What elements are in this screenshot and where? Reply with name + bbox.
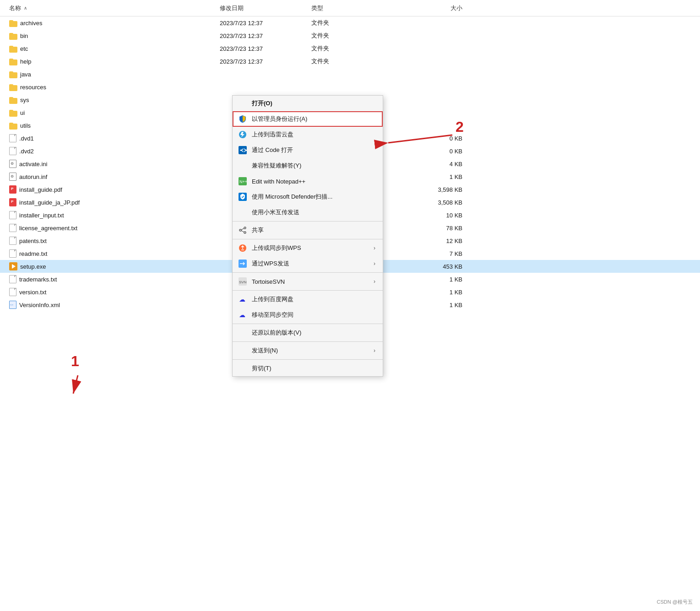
file-size: 10 KB — [417, 212, 472, 219]
context-menu-item[interactable]: 以管理员身份运行(A) — [233, 111, 383, 127]
svg-point-12 — [244, 232, 246, 233]
ctx-item-icon — [238, 130, 247, 139]
file-name: utils — [9, 121, 220, 130]
file-name: setup.exe — [9, 262, 220, 270]
submenu-arrow-icon: › — [374, 347, 375, 354]
file-size: 0 KB — [417, 148, 472, 155]
file-size: 78 KB — [417, 225, 472, 232]
ctx-item-label: 通过 Code 打开 — [252, 146, 375, 154]
file-type: 文件夹 — [311, 19, 417, 27]
context-menu-item[interactable]: ☁ 上传到百度网盘 — [233, 292, 383, 307]
file-name: sys — [9, 96, 220, 104]
pdf-icon — [9, 198, 16, 206]
context-menu-item[interactable]: 还原以前的版本(V) — [233, 325, 383, 341]
file-date: 2023/7/23 12:37 — [220, 45, 311, 52]
svg-line-13 — [241, 228, 244, 230]
context-menu-item[interactable]: N++ Edit with Notepad++ — [233, 173, 383, 189]
context-menu-item[interactable]: 使用小米互传发送 — [233, 205, 383, 220]
ctx-item-label: 使用小米互传发送 — [252, 208, 375, 216]
context-menu-item[interactable]: 通过WPS发送 › — [233, 256, 383, 271]
context-menu-item[interactable]: 使用 Microsoft Defender扫描... — [233, 189, 383, 205]
folder-icon — [9, 83, 17, 91]
ctx-item-label: 兼容性疑难解答(Y) — [252, 162, 375, 170]
ctx-item-icon: SVN — [238, 277, 247, 286]
folder-icon — [9, 44, 17, 53]
file-name: install_guide.pdf — [9, 185, 220, 194]
file-icon — [9, 275, 16, 283]
file-name: java — [9, 70, 220, 78]
ctx-item-label: 剪切(T) — [252, 364, 375, 373]
file-size: 453 KB — [417, 263, 472, 270]
ctx-item-label: 移动至同步空间 — [252, 311, 375, 319]
file-size: 0 KB — [417, 135, 472, 142]
ctx-item-label: Edit with Notepad++ — [252, 178, 375, 185]
file-type: 文件夹 — [311, 44, 417, 53]
ctx-item-icon — [238, 161, 247, 170]
file-row[interactable]: etc 2023/7/23 12:37 文件夹 — [0, 42, 700, 55]
context-menu-item[interactable]: 上传或同步到WPS › — [233, 240, 383, 256]
file-size: 3,508 KB — [417, 199, 472, 206]
file-type: 文件夹 — [311, 32, 417, 40]
ctx-item-label: 还原以前的版本(V) — [252, 329, 375, 337]
context-menu-item[interactable]: ≺≻ 通过 Code 打开 — [233, 142, 383, 158]
context-menu: 打开(O) 以管理员身份运行(A) 上传到迅雷云盘 — [232, 95, 383, 377]
file-row[interactable]: archives 2023/7/23 12:37 文件夹 — [0, 16, 700, 29]
file-name: license_agreement.txt — [9, 224, 220, 232]
file-row[interactable]: resources — [0, 81, 700, 93]
col-name-label: 名称 — [9, 4, 21, 12]
file-name: install_guide_ja_JP.pdf — [9, 198, 220, 206]
folder-icon — [9, 32, 17, 40]
context-menu-item[interactable]: 兼容性疑难解答(Y) — [233, 158, 383, 173]
ctx-item-icon — [238, 114, 247, 124]
file-row[interactable]: bin 2023/7/23 12:37 文件夹 — [0, 29, 700, 42]
ctx-item-label: 通过WPS发送 — [252, 260, 369, 268]
file-name: autorun.inf — [9, 173, 220, 181]
folder-icon — [9, 96, 17, 104]
col-header-date[interactable]: 修改日期 — [220, 4, 311, 12]
col-header-type[interactable]: 类型 — [311, 4, 417, 12]
svg-text:N++: N++ — [239, 179, 247, 184]
file-name: activate.ini — [9, 160, 220, 168]
file-size: 1 KB — [417, 289, 472, 296]
folder-icon — [9, 19, 17, 27]
ctx-item-icon: N++ — [238, 177, 247, 186]
context-menu-item[interactable]: SVN TortoiseSVN › — [233, 274, 383, 289]
ctx-item-label: 上传或同步到WPS — [252, 244, 369, 252]
context-menu-item[interactable]: 发送到(N) › — [233, 343, 383, 358]
file-size: 7 KB — [417, 250, 472, 257]
submenu-arrow-icon: › — [374, 245, 375, 251]
ctx-item-label: 共享 — [252, 226, 375, 234]
file-row[interactable]: help 2023/7/23 12:37 文件夹 — [0, 55, 700, 68]
file-icon — [9, 288, 16, 296]
ctx-item-icon — [238, 99, 247, 108]
ctx-item-icon — [238, 328, 247, 337]
file-type: 文件夹 — [311, 57, 417, 65]
context-menu-separator — [233, 239, 383, 239]
inf-icon — [9, 173, 16, 181]
file-size: 3,598 KB — [417, 186, 472, 193]
ctx-item-label: TortoiseSVN — [252, 278, 369, 285]
file-icon — [9, 211, 16, 219]
folder-icon — [9, 70, 17, 78]
file-name: archives — [9, 19, 220, 27]
col-header-size[interactable]: 大小 — [417, 4, 472, 12]
context-menu-item[interactable]: ☁ 移动至同步空间 — [233, 307, 383, 323]
context-menu-item[interactable]: 共享 — [233, 222, 383, 238]
folder-icon — [9, 121, 17, 130]
file-date: 2023/7/23 12:37 — [220, 32, 311, 39]
ctx-item-label: 使用 Microsoft Defender扫描... — [252, 193, 375, 201]
context-menu-item[interactable]: 打开(O) — [233, 96, 383, 111]
file-name: installer_input.txt — [9, 211, 220, 219]
submenu-arrow-icon: › — [374, 278, 375, 285]
file-row[interactable]: java — [0, 68, 700, 81]
svg-line-14 — [241, 231, 244, 232]
context-menu-item[interactable]: 上传到迅雷云盘 — [233, 127, 383, 142]
col-header-name[interactable]: 名称 ∧ — [9, 4, 220, 12]
col-type-label: 类型 — [311, 5, 323, 11]
file-name: resources — [9, 83, 220, 91]
file-icon — [9, 224, 16, 232]
file-name: bin — [9, 32, 220, 40]
svg-text:SVN: SVN — [239, 280, 247, 284]
folder-icon — [9, 108, 17, 117]
context-menu-item[interactable]: 剪切(T) — [233, 361, 383, 376]
